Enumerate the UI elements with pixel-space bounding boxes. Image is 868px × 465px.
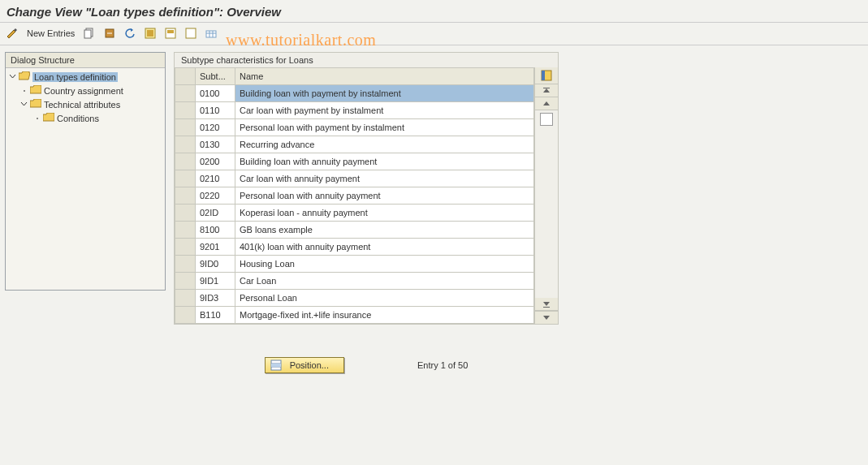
deselect-all-icon[interactable]: [184, 26, 198, 41]
scroll-up-icon[interactable]: [535, 97, 558, 110]
cell-subtype[interactable]: 0210: [196, 170, 235, 187]
folder-open-icon: [19, 71, 30, 82]
cell-subtype[interactable]: 0220: [196, 187, 235, 205]
cell-name[interactable]: Personal loan with annuity payment: [235, 187, 534, 205]
table-row: 0210Car loan with annuity payment: [175, 170, 534, 187]
cell-name[interactable]: Car loan with annuity payment: [235, 170, 534, 187]
expander-icon[interactable]: [9, 73, 16, 80]
scroll-track[interactable]: [535, 110, 558, 298]
cell-subtype[interactable]: 0110: [196, 102, 235, 119]
tree-item-label: Technical attributes: [44, 100, 120, 110]
select-all-icon[interactable]: [143, 26, 158, 41]
col-name[interactable]: Name: [235, 68, 534, 85]
row-handle[interactable]: [175, 102, 196, 119]
row-handle[interactable]: [175, 85, 196, 102]
folder-icon: [30, 99, 41, 110]
cell-name[interactable]: Recurring advance: [235, 136, 534, 153]
svg-rect-4: [147, 30, 153, 37]
row-handle[interactable]: [175, 205, 196, 222]
svg-rect-8: [206, 31, 216, 37]
svg-point-9: [24, 90, 25, 92]
delete-icon[interactable]: [102, 26, 117, 41]
position-button-label: Position...: [290, 360, 329, 370]
scroll-bottom-icon[interactable]: [535, 298, 558, 311]
tree-item-loan-types-definition[interactable]: Loan types definition: [7, 70, 163, 84]
table-row: 0110Car loan with payment by instalment: [175, 102, 534, 119]
cell-subtype[interactable]: 0130: [196, 136, 235, 153]
folder-icon: [30, 85, 41, 96]
table-row: 02IDKoperasi loan - annuity payment: [175, 205, 534, 222]
table-settings-icon[interactable]: [204, 26, 218, 41]
row-handle[interactable]: [175, 239, 196, 256]
entry-counter: Entry 1 of 50: [417, 360, 468, 370]
table-title: Subtype characteristics for Loans: [174, 52, 559, 67]
row-handle[interactable]: [175, 170, 196, 187]
cell-subtype[interactable]: 0200: [196, 153, 235, 170]
svg-point-10: [37, 118, 38, 119]
folder-icon: [43, 113, 54, 123]
cell-subtype[interactable]: 9201: [196, 239, 235, 256]
cell-subtype[interactable]: 9ID0: [196, 256, 235, 273]
cell-subtype[interactable]: 8100: [196, 222, 235, 239]
cell-name[interactable]: 401(k) loan with annuity payment: [235, 239, 534, 256]
scroll-top-icon[interactable]: [535, 84, 558, 97]
svg-rect-14: [543, 307, 550, 308]
cell-subtype[interactable]: 0120: [196, 119, 235, 136]
scroll-down-icon[interactable]: [535, 311, 558, 324]
cell-subtype[interactable]: 02ID: [196, 205, 235, 222]
tree-item-conditions[interactable]: Conditions: [7, 111, 163, 125]
subtype-panel: Subtype characteristics for Loans Subt..…: [174, 52, 559, 373]
row-handle[interactable]: [175, 136, 196, 153]
cell-name[interactable]: Personal Loan: [235, 290, 534, 307]
select-block-icon[interactable]: [163, 26, 178, 41]
cell-subtype[interactable]: 9ID1: [196, 273, 235, 290]
cell-name[interactable]: Building loan with payment by instalment: [235, 85, 534, 102]
cell-subtype[interactable]: B110: [196, 307, 235, 324]
cell-name[interactable]: Car Loan: [235, 273, 534, 290]
cell-name[interactable]: Koperasi loan - annuity payment: [235, 205, 534, 222]
row-handle[interactable]: [175, 153, 196, 170]
tree-item-country-assignment[interactable]: Country assignment: [7, 84, 163, 97]
svg-rect-16: [271, 364, 281, 367]
undo-icon[interactable]: [123, 26, 137, 41]
configure-columns-icon[interactable]: [535, 67, 558, 84]
cell-name[interactable]: Mortgage-fixed int.+life insurance: [235, 307, 534, 324]
svg-rect-12: [542, 71, 545, 80]
page-title: Change View "Loan types definition": Ove…: [0, 0, 868, 22]
table-row: 9ID1Car Loan: [175, 273, 534, 290]
row-handle-header: [175, 68, 196, 85]
cell-name[interactable]: Building loan with annuity payment: [235, 153, 534, 170]
expander-icon[interactable]: [20, 101, 28, 108]
row-handle[interactable]: [175, 119, 196, 136]
cell-subtype[interactable]: 9ID3: [196, 290, 235, 307]
cell-name[interactable]: Personal loan with payment by instalment: [235, 119, 534, 136]
row-handle[interactable]: [175, 222, 196, 239]
expander-icon: [20, 87, 28, 94]
copy-icon[interactable]: [82, 26, 97, 41]
svg-rect-13: [543, 88, 550, 88]
cell-name[interactable]: Housing Loan: [235, 256, 534, 273]
row-handle[interactable]: [175, 273, 196, 290]
table-row: 0130Recurring advance: [175, 136, 534, 153]
row-handle[interactable]: [175, 290, 196, 307]
tree-item-label: Conditions: [57, 114, 99, 123]
svg-rect-7: [186, 28, 196, 38]
tree-item-technical-attributes[interactable]: Technical attributes: [7, 97, 163, 111]
new-entries-button[interactable]: New Entries: [25, 28, 76, 38]
row-handle[interactable]: [175, 187, 196, 205]
table-row: B110Mortgage-fixed int.+life insurance: [175, 307, 534, 324]
cell-name[interactable]: Car loan with payment by instalment: [235, 102, 534, 119]
cell-name[interactable]: GB loans example: [235, 222, 534, 239]
table-row: 0120Personal loan with payment by instal…: [175, 119, 534, 136]
toggle-edit-icon[interactable]: [5, 26, 19, 41]
position-button[interactable]: Position...: [265, 357, 344, 373]
row-handle[interactable]: [175, 256, 196, 273]
table-row: 0200Building loan with annuity payment: [175, 153, 534, 170]
scroll-page-indicator[interactable]: [540, 113, 553, 126]
col-subtype[interactable]: Subt...: [196, 68, 235, 85]
table-row: 9201401(k) loan with annuity payment: [175, 239, 534, 256]
cell-subtype[interactable]: 0100: [196, 85, 235, 102]
svg-rect-6: [167, 30, 174, 33]
divider: [0, 22, 868, 23]
row-handle[interactable]: [175, 307, 196, 324]
